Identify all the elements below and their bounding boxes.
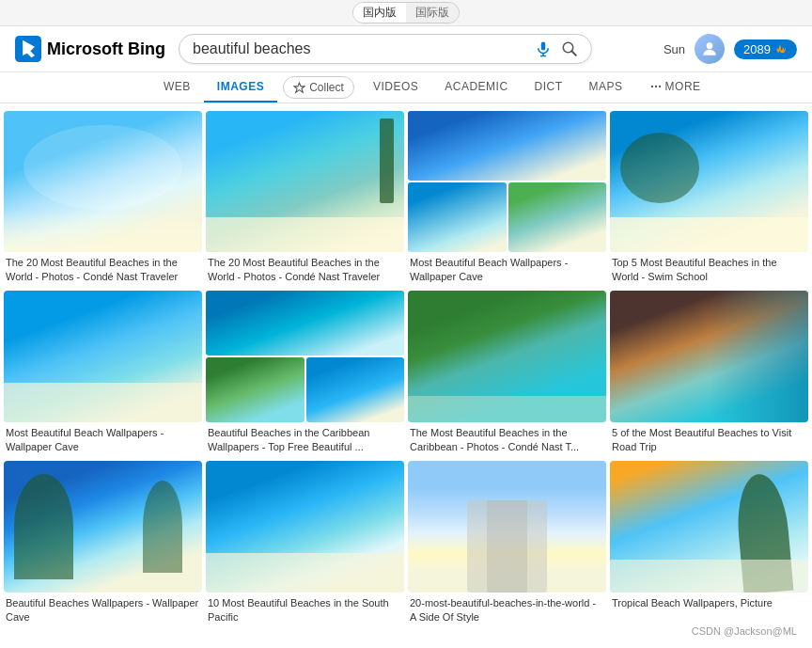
list-item[interactable]: Most Beautiful Beach Wallpapers - Wallpa… (408, 111, 606, 285)
tab-more[interactable]: MORE (636, 72, 714, 103)
image-caption: The Most Beautiful Beaches in the Caribb… (408, 426, 606, 455)
international-lang-btn[interactable]: 国际版 (406, 3, 459, 23)
bing-logo-icon (15, 36, 41, 62)
image-caption: Most Beautiful Beach Wallpapers - Wallpa… (4, 426, 202, 455)
header: Microsoft Bing Sun 2089 (0, 26, 812, 72)
watermark: CSDN @Jackson@ML (686, 624, 803, 638)
image-grid: The 20 Most Beautiful Beaches in the Wor… (0, 103, 812, 638)
avatar-icon (700, 40, 719, 58)
list-item[interactable]: Beautiful Beaches in the Caribbean Wallp… (206, 291, 404, 455)
image-caption: Top 5 Most Beautiful Beaches in the Worl… (610, 256, 808, 285)
svg-point-7 (707, 42, 713, 49)
image-caption: Beautiful Beaches Wallpapers - Wallpaper… (4, 596, 202, 625)
image-caption: Tropical Beach Wallpapers, Picture (610, 596, 808, 610)
list-item[interactable]: The 20 Most Beautiful Beaches in the Wor… (4, 111, 202, 285)
tab-videos[interactable]: VIDEOS (360, 72, 431, 103)
list-item[interactable]: 10 Most Beautiful Beaches in the South P… (206, 461, 404, 625)
image-row-2: Most Beautiful Beach Wallpapers - Wallpa… (4, 291, 808, 455)
header-right: Sun 2089 (664, 34, 797, 64)
search-icons-group (535, 40, 578, 57)
list-item[interactable]: 20-most-beautiful-beaches-in-the-world -… (408, 461, 606, 625)
list-item[interactable]: The Most Beautiful Beaches in the Caribb… (408, 291, 606, 455)
tab-web[interactable]: WEB (150, 72, 204, 103)
tab-maps[interactable]: MAPS (576, 72, 636, 103)
search-icon[interactable] (561, 40, 578, 57)
image-row-1: The 20 Most Beautiful Beaches in the Wor… (4, 111, 808, 285)
search-bar (179, 34, 592, 64)
image-caption: 20-most-beautiful-beaches-in-the-world -… (408, 596, 606, 625)
list-item[interactable]: The 20 Most Beautiful Beaches in the Wor… (206, 111, 404, 285)
image-caption: 5 of the Most Beautiful Beaches to Visit… (610, 426, 808, 455)
list-item[interactable]: Most Beautiful Beach Wallpapers - Wallpa… (4, 291, 202, 455)
svg-point-9 (654, 86, 656, 87)
tab-more-label: MORE (665, 80, 701, 93)
microphone-icon[interactable] (535, 40, 552, 57)
points-value: 2089 (743, 42, 771, 56)
tab-images[interactable]: IMAGES (204, 72, 277, 103)
svg-point-8 (650, 86, 652, 87)
domestic-lang-btn[interactable]: 国内版 (353, 3, 406, 23)
list-item[interactable]: Tropical Beach Wallpapers, Picture (610, 461, 808, 625)
tab-collect-label: Collect (309, 81, 344, 94)
lang-switcher: 国内版 国际版 (352, 2, 460, 24)
nav-tabs: WEB IMAGES Collect VIDEOS ACADEMIC DICT … (0, 72, 812, 103)
image-caption: The 20 Most Beautiful Beaches in the Wor… (4, 256, 202, 285)
more-dots-icon (649, 80, 663, 93)
avatar[interactable] (695, 34, 725, 64)
list-item[interactable]: 5 of the Most Beautiful Beaches to Visit… (610, 291, 808, 455)
collect-icon (293, 82, 305, 94)
user-name: Sun (664, 42, 685, 56)
list-item[interactable]: Beautiful Beaches Wallpapers - Wallpaper… (4, 461, 202, 625)
bing-text: Microsoft Bing (47, 40, 165, 59)
image-caption: Beautiful Beaches in the Caribbean Wallp… (206, 426, 404, 455)
search-input[interactable] (193, 40, 535, 57)
image-caption: 10 Most Beautiful Beaches in the South P… (206, 596, 404, 625)
tab-dict[interactable]: DICT (522, 72, 576, 103)
fire-icon (774, 42, 788, 55)
list-item[interactable]: Top 5 Most Beautiful Beaches in the Worl… (610, 111, 808, 285)
image-caption: The 20 Most Beautiful Beaches in the Wor… (206, 256, 404, 285)
bing-logo[interactable]: Microsoft Bing (15, 36, 165, 62)
tab-academic[interactable]: ACADEMIC (431, 72, 521, 103)
svg-line-6 (571, 51, 576, 55)
tab-collect[interactable]: Collect (283, 76, 354, 99)
points-badge[interactable]: 2089 (734, 40, 797, 59)
image-row-3: Beautiful Beaches Wallpapers - Wallpaper… (4, 461, 808, 625)
svg-rect-2 (541, 42, 546, 51)
svg-point-10 (659, 86, 661, 87)
image-caption: Most Beautiful Beach Wallpapers - Wallpa… (408, 256, 606, 285)
